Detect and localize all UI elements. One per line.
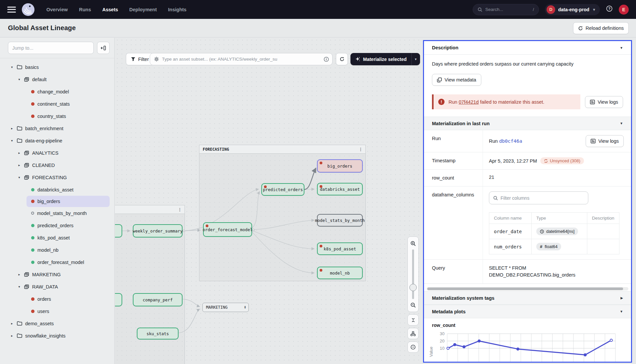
caret-down-icon[interactable]: ▾ bbox=[17, 78, 21, 81]
expand-group-icon[interactable]: ▲▼ bbox=[244, 306, 246, 309]
tree-item-model_stats_by_month[interactable]: model_stats_by_month bbox=[0, 207, 114, 219]
collapse-groups-button[interactable] bbox=[407, 314, 419, 326]
tree-item-order_forecast_model[interactable]: order_forecast_model bbox=[0, 256, 114, 268]
group-menu-icon[interactable]: ⋮ bbox=[178, 207, 182, 212]
tree-item-FORECASTING[interactable]: ▾FORECASTING bbox=[0, 171, 114, 183]
caret-right-icon[interactable]: ▸ bbox=[10, 334, 14, 338]
caret-right-icon[interactable]: ▸ bbox=[10, 322, 14, 325]
tree-item-data-eng-pipeline[interactable]: ▾data-eng-pipeline bbox=[0, 134, 114, 147]
asset-node-k8s_pod_asset[interactable]: k8s_pod_asset bbox=[317, 242, 363, 255]
refresh-graph-button[interactable] bbox=[336, 53, 348, 65]
failed-run-link[interactable]: 07f4421d bbox=[459, 99, 479, 105]
logs-icon bbox=[591, 139, 596, 143]
tree-item-default[interactable]: ▾default bbox=[0, 73, 114, 85]
view-metadata-button[interactable]: View metadata bbox=[432, 74, 481, 86]
caret-down-icon[interactable]: ▾ bbox=[10, 65, 14, 69]
tree-item-databricks_asset[interactable]: databricks_asset bbox=[0, 183, 114, 196]
tree-item-RAW_DATA[interactable]: ▾RAW_DATA bbox=[0, 281, 114, 293]
hamburger-menu-icon[interactable] bbox=[7, 7, 16, 13]
group-menu-icon[interactable]: ⋮ bbox=[359, 147, 363, 152]
nav-deployment[interactable]: Deployment bbox=[129, 7, 157, 12]
tree-item-demo_assets[interactable]: ▸demo_assets bbox=[0, 317, 114, 330]
caret-right-icon[interactable]: ▸ bbox=[17, 273, 21, 276]
zoom-slider-handle[interactable] bbox=[409, 284, 417, 291]
section-system-tags[interactable]: Materialization system tags ▶ bbox=[424, 291, 631, 305]
tree-item-continent_stats[interactable]: continent_stats bbox=[0, 98, 114, 110]
tree-item-big_orders[interactable]: big_orders bbox=[26, 196, 110, 207]
tree-item-users[interactable]: users bbox=[0, 305, 114, 317]
section-description[interactable]: Description ▼ bbox=[424, 41, 631, 55]
tree-item-model_nb[interactable]: model_nb bbox=[0, 244, 114, 256]
caret-down-icon[interactable]: ▾ bbox=[10, 139, 14, 142]
asset-node-company_perf[interactable]: company_perf bbox=[133, 293, 183, 306]
tree-item-snowflake_insights[interactable]: ▸snowflake_insights bbox=[0, 330, 114, 342]
tree-item-change_model[interactable]: change_model bbox=[0, 85, 114, 98]
folder-icon bbox=[17, 138, 22, 143]
collapsed-group-node-marketing[interactable]: MARKETING▲▼ bbox=[202, 303, 249, 312]
nav-runs[interactable]: Runs bbox=[79, 7, 91, 12]
asset-node-model_nb[interactable]: model_nb bbox=[317, 267, 363, 279]
type-pill: #float64 bbox=[536, 243, 561, 250]
search-input[interactable] bbox=[485, 7, 530, 12]
caret-down-icon[interactable]: ▾ bbox=[17, 176, 21, 179]
help-icon[interactable]: ? bbox=[606, 5, 613, 14]
tree-item-ANALYTICS[interactable]: ▸ANALYTICS bbox=[0, 147, 114, 159]
run-id-link[interactable]: db0cf46a bbox=[499, 138, 522, 144]
asset-node-predicted_orders[interactable]: predicted_orders bbox=[261, 183, 304, 196]
asset-node-weekly_order_summary[interactable]: weekly_order_summary bbox=[133, 224, 183, 237]
tree-item-CLEANED[interactable]: ▸CLEANED bbox=[0, 159, 114, 171]
asset-node-order_forecast_model[interactable]: order_forecast_model bbox=[203, 222, 252, 237]
filter-columns-input[interactable] bbox=[501, 195, 584, 201]
nav-insights[interactable]: Insights bbox=[168, 7, 186, 12]
asset-subset-input-wrap bbox=[150, 53, 333, 65]
row-query: Query SELECT * FROM DEMO_DB2.FORECASTING… bbox=[424, 260, 631, 284]
unsynced-badge[interactable]: Unsynced (308) bbox=[540, 157, 584, 164]
caret-right-icon[interactable]: ▸ bbox=[10, 127, 14, 130]
tree-item-k8s_pod_asset[interactable]: k8s_pod_asset bbox=[0, 232, 114, 244]
section-materialization-last-run[interactable]: Materialization in last run ▼ bbox=[424, 117, 631, 130]
clock-icon bbox=[540, 230, 544, 234]
view-logs-button[interactable]: View logs bbox=[585, 96, 623, 108]
dagster-logo[interactable] bbox=[22, 3, 34, 16]
tree-item-basics[interactable]: ▾basics bbox=[0, 61, 114, 73]
caret-right-icon[interactable]: ▸ bbox=[17, 151, 21, 155]
asset-node-databricks_asset[interactable]: databricks_asset bbox=[317, 183, 363, 195]
global-search[interactable]: / bbox=[473, 4, 539, 15]
tree-item-orders[interactable]: orders bbox=[0, 293, 114, 305]
tree-item-country_stats[interactable]: country_stats bbox=[0, 110, 114, 122]
nav-overview[interactable]: Overview bbox=[46, 7, 68, 12]
zoom-in-button[interactable] bbox=[408, 238, 418, 249]
recenter-view-button[interactable] bbox=[407, 341, 419, 353]
zoom-slider[interactable] bbox=[412, 249, 414, 299]
layout-graph-button[interactable] bbox=[407, 328, 419, 339]
asset-node-sku_stats[interactable]: sku_stats bbox=[137, 328, 179, 339]
view-logs-button[interactable]: View logs bbox=[586, 135, 624, 147]
nav-assets[interactable]: Assets bbox=[102, 7, 118, 12]
asset-subset-input[interactable] bbox=[162, 57, 321, 62]
caret-right-icon[interactable]: ▸ bbox=[17, 163, 21, 167]
jump-to-input[interactable] bbox=[8, 42, 94, 54]
reload-definitions-button[interactable]: Reload definitions bbox=[573, 22, 629, 34]
scrollbar-thumb[interactable] bbox=[427, 287, 623, 290]
section-metadata-plots[interactable]: Metadata plots ▼ bbox=[424, 305, 631, 318]
zoom-out-button[interactable] bbox=[408, 300, 418, 310]
zoom-controls bbox=[407, 236, 419, 353]
lineage-graph-canvas[interactable]: ⋮ FORECASTING⋮ weekly_order_summary orde… bbox=[115, 38, 422, 364]
status-dot-materialized bbox=[31, 224, 34, 227]
user-avatar[interactable]: E bbox=[619, 5, 629, 15]
workspace-switcher[interactable]: D data-eng-prod ▼ bbox=[545, 4, 600, 15]
tree-item-MARKETING[interactable]: ▸MARKETING bbox=[0, 268, 114, 281]
asset-node-offscreen-left-2[interactable] bbox=[115, 293, 122, 306]
asset-node-model_stats_by_month[interactable]: model_stats_by_month bbox=[317, 214, 363, 227]
tree-item-predicted_orders[interactable]: predicted_orders bbox=[0, 219, 114, 232]
collapse-sidebar-button[interactable] bbox=[97, 42, 110, 54]
horizontal-scrollbar[interactable] bbox=[427, 287, 628, 290]
info-icon[interactable] bbox=[324, 57, 329, 62]
tree-item-batch_enrichment[interactable]: ▸batch_enrichment bbox=[0, 122, 114, 134]
materialize-selected-button[interactable]: Materialize selected ▼ bbox=[350, 53, 420, 65]
caret-down-icon[interactable]: ▾ bbox=[17, 285, 21, 288]
asset-node-offscreen-left-1[interactable] bbox=[115, 224, 122, 237]
asset-node-big_orders[interactable]: big_orders bbox=[317, 159, 363, 173]
primary-nav: Overview Runs Assets Deployment Insights bbox=[46, 7, 186, 12]
materialize-dropdown-toggle[interactable]: ▼ bbox=[411, 53, 420, 65]
